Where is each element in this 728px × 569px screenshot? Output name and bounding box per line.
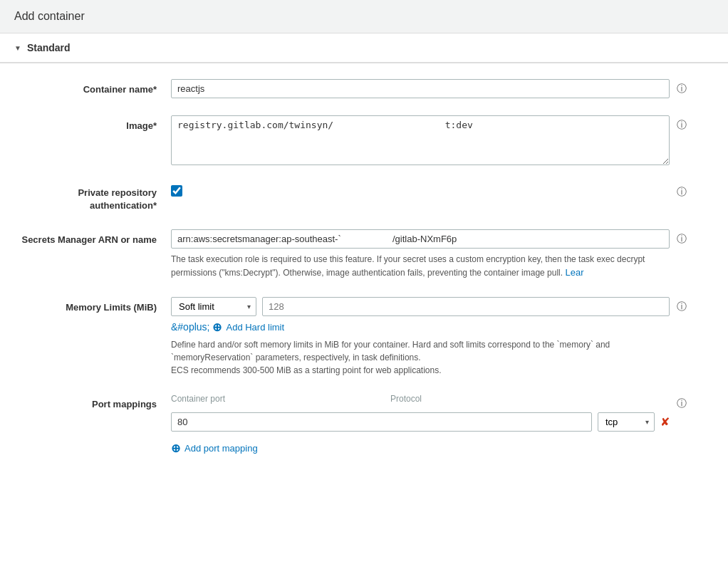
container-port-input[interactable]: [171, 412, 592, 432]
image-label: Image*: [14, 115, 171, 132]
port-col-headers: Container port Protocol: [171, 394, 670, 404]
private-repo-info-icon[interactable]: ⓘ: [677, 186, 687, 199]
secrets-manager-label: Secrets Manager ARN or name: [14, 229, 171, 246]
private-repo-control: [171, 182, 670, 197]
container-name-input[interactable]: [171, 79, 670, 98]
private-repo-label: Private repository authentication*: [14, 182, 171, 212]
add-hard-limit-label: Add Hard limit: [226, 322, 284, 333]
learn-more-link[interactable]: Lear: [565, 266, 583, 280]
memory-type-select[interactable]: Soft limit Hard limit: [171, 297, 256, 316]
memory-limits-control: Soft limit Hard limit ▾ &#oplus; ⊕ Add H…: [171, 297, 670, 377]
add-hard-limit-link[interactable]: &#oplus; ⊕ Add Hard limit: [171, 320, 284, 334]
image-control: registry.gitlab.com/twinsyn/ t:dev: [171, 115, 670, 165]
section-header[interactable]: ▼ Standard: [0, 33, 728, 63]
remove-port-mapping-button[interactable]: ✘: [660, 415, 670, 429]
protocol-select-wrapper: tcp udp ▾: [598, 412, 655, 432]
protocol-select[interactable]: tcp udp: [598, 412, 655, 432]
memory-help-text: Define hard and/or soft memory limits in…: [171, 338, 670, 377]
add-port-mapping-link[interactable]: ⊕ Add port mapping: [171, 442, 258, 455]
container-name-row: Container name* ⓘ: [0, 71, 728, 107]
port-mappings-row: Port mappings Container port Protocol tc…: [0, 385, 728, 464]
protocol-col-header: Protocol: [390, 394, 447, 404]
add-port-mapping-label: Add port mapping: [184, 443, 258, 454]
private-repo-row: Private repository authentication* ⓘ: [0, 174, 728, 221]
section-title: Standard: [27, 42, 71, 53]
image-row: Image* registry.gitlab.com/twinsyn/ t:de…: [0, 107, 728, 174]
secrets-manager-control: The task execution role is required to u…: [171, 229, 670, 280]
port-mappings-control: Container port Protocol tcp udp ▾ ✘ ⊕ Ad…: [171, 394, 670, 455]
memory-limits-row: Memory Limits (MiB) Soft limit Hard limi…: [0, 288, 728, 385]
secrets-info-icon[interactable]: ⓘ: [677, 233, 687, 246]
port-mapping-row-1: tcp udp ▾ ✘: [171, 412, 670, 432]
memory-type-wrapper: Soft limit Hard limit ▾: [171, 297, 256, 316]
chevron-icon: ▼: [14, 44, 21, 52]
port-mappings-label: Port mappings: [14, 394, 171, 411]
secrets-manager-row: Secrets Manager ARN or name The task exe…: [0, 221, 728, 288]
image-input[interactable]: registry.gitlab.com/twinsyn/ t:dev: [171, 115, 670, 165]
container-name-label: Container name*: [14, 79, 171, 96]
plus-icon: &#oplus;: [171, 321, 209, 333]
page-title: Add container: [14, 10, 714, 23]
secrets-manager-help: The task execution role is required to u…: [171, 253, 670, 280]
container-name-control: [171, 79, 670, 98]
memory-value-input[interactable]: [262, 297, 670, 316]
form-body: Container name* ⓘ Image* registry.gitlab…: [0, 63, 728, 471]
container-name-info-icon[interactable]: ⓘ: [677, 83, 687, 95]
port-info-icon[interactable]: ⓘ: [677, 397, 687, 410]
secrets-manager-input[interactable]: [171, 229, 670, 249]
memory-input-row: Soft limit Hard limit ▾: [171, 297, 670, 316]
private-repo-checkbox[interactable]: [171, 185, 182, 197]
memory-info-icon[interactable]: ⓘ: [677, 301, 687, 313]
memory-limits-label: Memory Limits (MiB): [14, 297, 171, 314]
page-header: Add container: [0, 0, 728, 33]
image-info-icon[interactable]: ⓘ: [677, 119, 687, 132]
container-port-col-header: Container port: [171, 394, 385, 404]
